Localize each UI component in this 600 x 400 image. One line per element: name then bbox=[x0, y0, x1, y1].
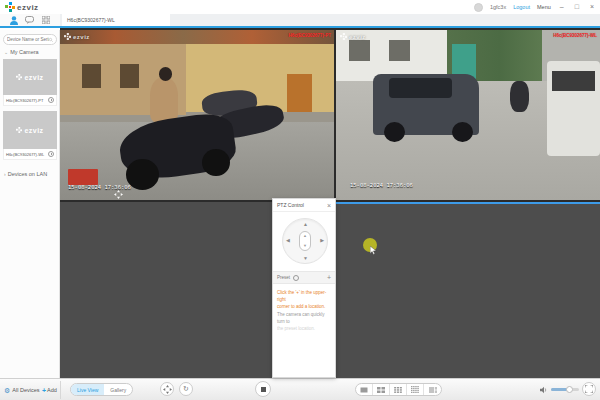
history-icon[interactable] bbox=[48, 97, 54, 103]
volume-control bbox=[540, 383, 579, 396]
search-icon bbox=[49, 37, 53, 43]
ezviz-watermark: ezviz bbox=[64, 33, 90, 40]
add-device-button[interactable]: + Add bbox=[42, 379, 57, 400]
layout-custom-button[interactable] bbox=[424, 384, 441, 395]
placeholder-logo-text: ezviz bbox=[24, 127, 43, 134]
layout-selector bbox=[355, 383, 442, 396]
ptz-down-arrow[interactable]: ▼ bbox=[303, 255, 308, 261]
scene-door bbox=[287, 74, 312, 111]
ptz-zoom-rocker[interactable]: ▲ ▼ bbox=[299, 231, 311, 251]
add-preset-icon[interactable]: + bbox=[327, 274, 331, 281]
pan-arrows-icon bbox=[114, 190, 123, 199]
zoom-in-caret[interactable]: ▲ bbox=[303, 234, 307, 238]
ezviz-flower-icon bbox=[16, 127, 22, 133]
devices-tab-person-icon[interactable] bbox=[10, 16, 18, 25]
preset-hint-text: Click the '+' in the upper-right corner … bbox=[277, 289, 333, 332]
plus-icon: + bbox=[42, 387, 46, 394]
ptz-up-arrow[interactable]: ▲ bbox=[303, 221, 308, 227]
group-label: My Camera bbox=[10, 49, 38, 55]
device-name: H6c(BC9302677)-WL bbox=[6, 152, 44, 157]
sidebar-group-my-camera[interactable]: ⌄ My Camera bbox=[4, 49, 39, 55]
ezviz-flower-icon bbox=[340, 33, 347, 40]
device-card-pt[interactable]: ezviz bbox=[3, 59, 57, 95]
preset-refresh-icon[interactable] bbox=[293, 275, 299, 281]
menu-button[interactable]: Menu bbox=[537, 4, 551, 10]
device-search-box[interactable] bbox=[3, 34, 57, 45]
preset-label: Preset bbox=[277, 275, 290, 280]
live-view-tab[interactable]: Live View bbox=[71, 384, 104, 395]
refresh-icon: ↻ bbox=[183, 385, 189, 393]
video-cell-wl[interactable]: ezviz H6c(BC9302677)-WL 15-08-2024 17:36… bbox=[336, 30, 600, 200]
all-devices-button[interactable]: ⚙ All Devices bbox=[4, 379, 39, 400]
ptz-control-panel: PTZ Control × ▲ ▼ ◀ ▶ ▲ ▼ Preset + Click… bbox=[272, 198, 336, 378]
camera-name-overlay: H6c(BC9302677)-WL bbox=[553, 33, 597, 38]
close-icon[interactable]: × bbox=[327, 202, 331, 209]
selected-empty-video-cell[interactable] bbox=[336, 202, 600, 378]
device-card-wl[interactable]: ezviz bbox=[3, 111, 57, 149]
tab-label: H6c(BC9302677)-WL bbox=[67, 17, 115, 23]
ptz-panel-title: PTZ Control bbox=[277, 202, 304, 208]
layout-9-button[interactable] bbox=[390, 384, 407, 395]
zoom-out-caret[interactable]: ▼ bbox=[303, 244, 307, 248]
chevron-right-icon: › bbox=[4, 171, 6, 177]
video-cell-pt[interactable]: ezviz H6c(BC9302677)-PT 15-08-2024 17:36… bbox=[60, 30, 334, 200]
ezviz-watermark: ezviz bbox=[340, 33, 366, 40]
ezviz-flower-icon bbox=[16, 74, 22, 80]
device-name: H6c(BC9302677)-PT bbox=[6, 98, 43, 103]
fullscreen-button[interactable] bbox=[582, 382, 596, 396]
tabbar: H6c(BC9302677)-WL bbox=[0, 14, 600, 28]
app-window: ezviz 1gfc3x Logout Menu – □ × bbox=[0, 0, 600, 400]
layout-4-button[interactable] bbox=[373, 384, 390, 395]
ezviz-flower-icon bbox=[64, 33, 71, 40]
ptz-right-arrow[interactable]: ▶ bbox=[320, 237, 324, 243]
logo-text: ezviz bbox=[17, 3, 39, 12]
ezviz-placeholder-logo: ezviz bbox=[16, 74, 43, 81]
gallery-tab[interactable]: Gallery bbox=[104, 384, 132, 395]
maximize-icon[interactable]: □ bbox=[573, 0, 581, 14]
placeholder-logo-text: ezviz bbox=[24, 74, 43, 81]
titlebar: ezviz 1gfc3x Logout Menu – □ × bbox=[0, 0, 600, 14]
ptz-dpad[interactable]: ▲ ▼ ◀ ▶ ▲ ▼ bbox=[282, 218, 328, 264]
minimize-icon[interactable]: – bbox=[558, 0, 566, 14]
stop-all-button[interactable] bbox=[255, 381, 271, 397]
sidebar: ⌄ My Camera ezviz H6c(BC9302677)-PT bbox=[0, 30, 60, 378]
pan-arrows-icon bbox=[163, 385, 172, 394]
mouse-cursor-icon bbox=[370, 246, 377, 255]
stop-icon bbox=[261, 387, 266, 392]
scene-scooter bbox=[510, 81, 528, 112]
search-input[interactable] bbox=[7, 37, 49, 42]
ptz-left-arrow[interactable]: ◀ bbox=[286, 237, 290, 243]
group-label: Devices on LAN bbox=[8, 171, 47, 177]
ptz-toggle-button[interactable] bbox=[160, 382, 174, 396]
chevron-down-icon: ⌄ bbox=[4, 49, 8, 55]
ezviz-flower-icon bbox=[5, 2, 15, 12]
scene-person bbox=[150, 78, 177, 122]
preset-row: Preset + bbox=[273, 271, 335, 284]
messages-tab-chat-icon[interactable] bbox=[25, 16, 34, 24]
refresh-button[interactable]: ↻ bbox=[179, 382, 193, 396]
device-name-row-pt[interactable]: H6c(BC9302677)-PT bbox=[3, 95, 57, 106]
scene-crate bbox=[68, 169, 98, 184]
layout-16-button[interactable] bbox=[407, 384, 424, 395]
volume-slider[interactable] bbox=[551, 388, 579, 391]
bottom-toolbar: ⚙ All Devices + Add Live View Gallery ↻ bbox=[0, 378, 600, 400]
ezviz-logo: ezviz bbox=[5, 2, 39, 12]
speaker-icon[interactable] bbox=[540, 386, 548, 394]
device-name-row-wl[interactable]: H6c(BC9302677)-WL bbox=[3, 149, 57, 160]
close-icon[interactable]: × bbox=[588, 0, 596, 14]
fullscreen-icon bbox=[585, 385, 593, 393]
username: 1gfc3x bbox=[490, 4, 506, 10]
tab-device-wl[interactable]: H6c(BC9302677)-WL bbox=[62, 14, 170, 26]
volume-slider-knob[interactable] bbox=[566, 386, 573, 393]
gear-icon: ⚙ bbox=[4, 387, 10, 394]
camera-name-overlay: H6c(BC9302677)-PT bbox=[288, 33, 331, 38]
logout-link[interactable]: Logout bbox=[513, 4, 530, 10]
sidebar-group-lan[interactable]: › Devices on LAN bbox=[4, 171, 47, 177]
avatar[interactable] bbox=[474, 3, 483, 12]
view-mode-toggle: Live View Gallery bbox=[70, 383, 133, 396]
layout-1-button[interactable] bbox=[356, 384, 373, 395]
history-icon[interactable] bbox=[48, 151, 54, 157]
apps-tab-grid-icon[interactable] bbox=[42, 16, 50, 24]
ezviz-placeholder-logo: ezviz bbox=[16, 127, 43, 134]
timestamp-overlay: 15-08-2024 17:36:06 bbox=[350, 182, 413, 188]
